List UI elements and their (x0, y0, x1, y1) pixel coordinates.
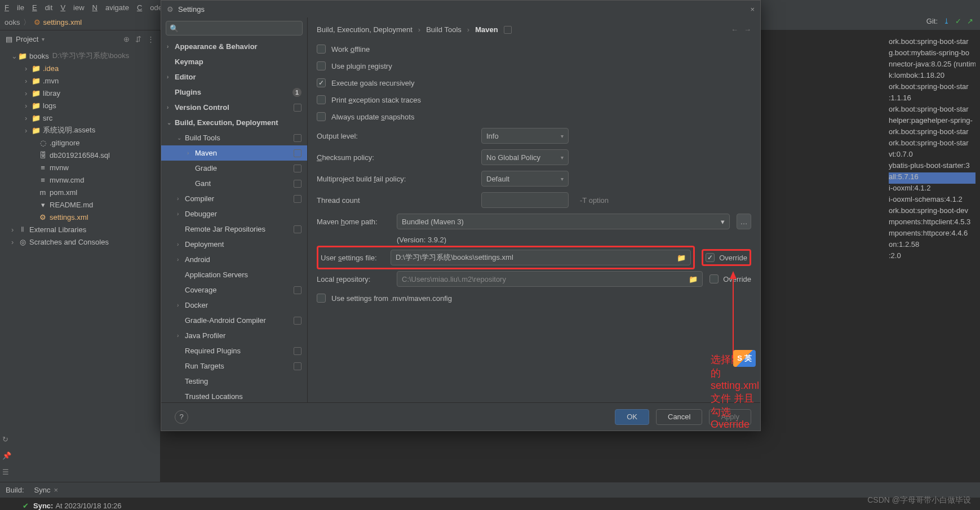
project-tree[interactable]: ⌄📁booksD:\学习\学习系统\books›📁.idea›📁.mvn›📁li… (0, 47, 160, 250)
menu-edit[interactable]: Edit (32, 3, 52, 12)
nav-item-build-execution-deployment[interactable]: ⌄Build, Execution, Deployment (161, 115, 307, 130)
ok-button[interactable]: OK (615, 409, 649, 425)
tree-node-pom.xml[interactable]: mpom.xml (0, 186, 160, 198)
crumb-root[interactable]: ooks (5, 18, 20, 26)
maven-home-select[interactable]: Bundled (Maven 3)▾ (397, 214, 730, 229)
help-button[interactable]: ? (175, 410, 188, 424)
tree-node-Scratches and Consoles[interactable]: ›◎Scratches and Consoles (0, 236, 160, 248)
nav-item-deployment[interactable]: ›Deployment (161, 237, 307, 252)
checksum-select[interactable]: No Global Policy▾ (481, 149, 569, 165)
dep-item[interactable]: k:lombok:1.18.20 (889, 71, 975, 82)
close-icon[interactable]: × (750, 5, 755, 14)
tree-node-settings.xml[interactable]: ⚙settings.xml (0, 211, 160, 223)
nav-item-appearance-behavior[interactable]: ›Appearance & Behavior (161, 39, 307, 54)
menu-view[interactable]: View (60, 3, 84, 12)
tree-node-mvnw.cmd[interactable]: ≡mvnw.cmd (0, 174, 160, 186)
dep-item[interactable]: on:1.2.58 (889, 240, 975, 251)
nav-item-debugger[interactable]: ›Debugger (161, 206, 307, 221)
nav-item-coverage[interactable]: Coverage (161, 282, 307, 298)
nav-item-required-plugins[interactable]: Required Plugins (161, 343, 307, 358)
dep-item[interactable]: mponents:httpcore:4.4.6 (889, 229, 975, 240)
dep-item[interactable]: i-ooxml:4.1.2 (889, 184, 975, 195)
expand-icon[interactable]: ⇵ (135, 35, 141, 43)
dep-item[interactable]: ork.boot:spring-boot-star (889, 127, 975, 139)
nav-item-keymap[interactable]: Keymap (161, 54, 307, 69)
tree-node-db2019216584.sql[interactable]: 🗄db2019216584.sql (0, 149, 160, 161)
crumb-2[interactable]: Build Tools (426, 25, 462, 34)
dep-item[interactable]: ork.boot:spring-boot-star (889, 105, 975, 116)
folder-icon[interactable]: 📁 (677, 254, 686, 262)
nav-item-gradle[interactable]: Gradle (161, 161, 307, 176)
maven-home-browse[interactable]: … (737, 214, 751, 229)
tree-node-books[interactable]: ⌄📁booksD:\学习\学习系统\books (0, 50, 160, 62)
nav-item-trusted-locations[interactable]: Trusted Locations (161, 389, 307, 402)
cancel-button[interactable]: Cancel (656, 409, 702, 425)
use-config-check[interactable] (317, 294, 326, 303)
local-repo-input[interactable]: C:\Users\miao.liu\.m2\repository 📁 (397, 271, 703, 287)
nav-item-android[interactable]: ›Android (161, 252, 307, 267)
dep-item[interactable]: ybatis-plus-boot-starter:3 (889, 161, 975, 172)
settings-search[interactable]: 🔍 (166, 21, 303, 36)
nav-item-build-tools[interactable]: ⌄Build Tools (161, 130, 307, 145)
tree-node-.mvn[interactable]: ›📁.mvn (0, 74, 160, 87)
fail-policy-select[interactable]: Default▾ (481, 171, 569, 187)
dep-item[interactable]: ork.boot:spring-boot-dev (889, 206, 975, 218)
tree-node-.gitignore[interactable]: ◌.gitignore (0, 136, 160, 149)
dep-item[interactable]: ork.boot:spring-boot-star (889, 82, 975, 94)
dep-item[interactable]: i-ooxml-schemas:4.1.2 (889, 195, 975, 206)
local-repo-override-check[interactable] (709, 274, 719, 283)
tree-node-External Libraries[interactable]: ›⫴External Libraries (0, 223, 160, 236)
dep-item[interactable]: nnector-java:8.0.25 (runtime (889, 60, 975, 71)
nav-item-gradle-android-compiler[interactable]: Gradle-Android Compiler (161, 313, 307, 328)
build-tab-sync[interactable]: Sync× (30, 485, 63, 495)
menu-navigate[interactable]: Navigate (92, 3, 129, 12)
check-execute-goals-recursively[interactable] (317, 78, 326, 87)
dep-item[interactable]: vt:0.7.0 (889, 150, 975, 161)
nav-item-compiler[interactable]: ›Compiler (161, 191, 307, 206)
check-work-offline[interactable] (317, 45, 326, 54)
dep-item[interactable]: ork.boot:spring-boot-star (889, 139, 975, 150)
nav-item-editor[interactable]: ›Editor (161, 69, 307, 85)
collapse-icon[interactable]: ⋮ (147, 35, 154, 43)
thread-count-input[interactable] (481, 192, 569, 208)
tree-node-logs[interactable]: ›📁logs (0, 99, 160, 112)
dep-item[interactable]: helper:pagehelper-spring- (889, 116, 975, 127)
dep-item[interactable]: ork.boot:spring-boot-star (889, 37, 975, 48)
crumb-1[interactable]: Build, Execution, Deployment (317, 25, 413, 34)
check-use-plugin-registry[interactable] (317, 61, 326, 70)
check-always-update-snapshots[interactable] (317, 112, 326, 121)
user-settings-input[interactable]: D:\学习\学习系统\books\settings.xml 📁 (391, 250, 691, 265)
refresh-icon[interactable]: ↻ (2, 435, 11, 444)
nav-item-maven[interactable]: ›Maven (161, 145, 307, 161)
crumb-file[interactable]: settings.xml (43, 18, 82, 26)
tree-node-README.md[interactable]: ▾README.md (0, 198, 160, 211)
menu-code[interactable]: Code (137, 3, 162, 12)
git-commit-icon[interactable]: ✓ (955, 17, 961, 25)
nav-item-docker[interactable]: ›Docker (161, 298, 307, 313)
git-push-icon[interactable]: ↗ (967, 17, 973, 25)
nav-item-java-profiler[interactable]: ›Java Profiler (161, 328, 307, 343)
user-settings-override-check[interactable] (706, 253, 715, 262)
tree-node-系统说明.assets[interactable]: ›📁系统说明.assets (0, 124, 160, 136)
menu-file[interactable]: File (5, 3, 24, 12)
tree-node-libray[interactable]: ›📁libray (0, 87, 160, 99)
dep-item[interactable]: :1.1.16 (889, 94, 975, 105)
nav-item-gant[interactable]: Gant (161, 176, 307, 191)
folder-icon[interactable]: 📁 (689, 275, 698, 283)
nav-item-testing[interactable]: Testing (161, 374, 307, 389)
fwd-icon[interactable]: → (744, 25, 751, 34)
git-update-icon[interactable]: ⤓ (943, 17, 950, 25)
output-level-select[interactable]: Info▾ (481, 128, 569, 144)
tree-node-.idea[interactable]: ›📁.idea (0, 62, 160, 74)
nav-item-application-servers[interactable]: Application Servers (161, 267, 307, 282)
chevron-down-icon[interactable]: ▾ (42, 36, 45, 42)
nav-item-run-targets[interactable]: Run Targets (161, 358, 307, 374)
dep-item[interactable]: g.boot:mybatis-spring-bo (889, 48, 975, 60)
project-title[interactable]: Project (16, 35, 38, 43)
dep-item[interactable]: all:5.7.16 (889, 172, 975, 184)
locate-icon[interactable]: ⊕ (123, 35, 130, 43)
back-icon[interactable]: ← (731, 25, 738, 34)
nav-item-remote-jar-repositories[interactable]: Remote Jar Repositories (161, 221, 307, 237)
nav-item-version-control[interactable]: ›Version Control (161, 100, 307, 115)
pin-icon[interactable]: 📌 (2, 451, 11, 460)
